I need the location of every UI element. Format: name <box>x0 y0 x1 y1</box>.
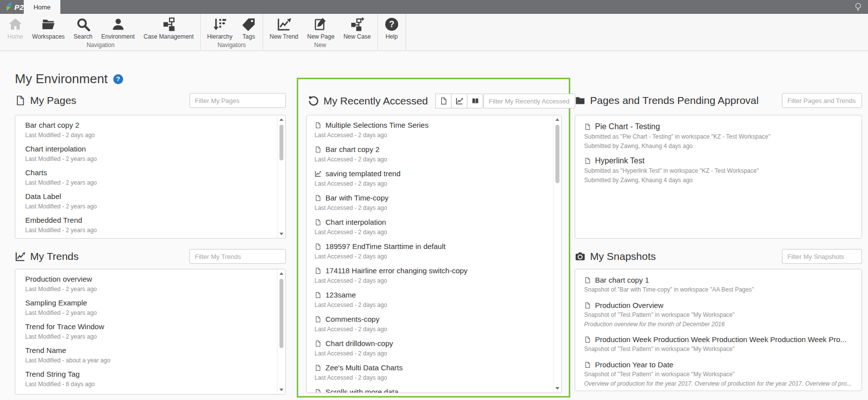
scroll-thumb[interactable] <box>279 279 283 348</box>
page-list-item[interactable]: Chart interpolation Last Modified - 2 ye… <box>25 144 285 168</box>
trend-list-item[interactable]: Trend String Tag Last Modified - 8 days … <box>25 369 285 393</box>
ribbon-button-home[interactable]: Home <box>3 16 28 41</box>
page-list-item[interactable]: Embedded Trend Last Modified - 2 years a… <box>25 215 285 239</box>
recent-item-trend[interactable]: saving templated trend Last Accessed - 2… <box>315 169 561 193</box>
filter-my-trends-input[interactable] <box>189 249 286 264</box>
my-trends-list: Production overview Last Modified - 2 ye… <box>15 269 286 395</box>
filter-my-pages-input[interactable] <box>189 93 286 108</box>
page-icon <box>584 301 591 309</box>
ribbon-group-navigation: Home Workspaces Search Environment <box>1 14 200 50</box>
snapshot-item-page[interactable]: Production Week Production Week Producti… <box>584 335 862 354</box>
ribbon-button-search[interactable]: Search <box>69 16 97 41</box>
ribbon-button-hierarchy[interactable]: Hierarchy <box>203 16 237 41</box>
ribbon-button-tags[interactable]: Tags <box>237 16 261 41</box>
trend-list-item[interactable]: Production overview Last Modified - 2 ye… <box>25 274 285 298</box>
scrollbar[interactable] <box>277 270 285 394</box>
scroll-up-button[interactable] <box>277 116 285 123</box>
titlebar: P2 Home <box>0 0 868 14</box>
ribbon-button-help[interactable]: ? Help <box>380 16 404 41</box>
scroll-down-button[interactable] <box>277 230 285 238</box>
page-title: My Environment <box>15 71 108 87</box>
scroll-thumb[interactable] <box>279 125 283 160</box>
tags-icon <box>241 17 256 32</box>
scrollbar[interactable] <box>553 116 561 392</box>
recent-item-page[interactable]: Bar chart copy 2 Last Accessed - 2 days … <box>315 145 561 169</box>
folder-icon <box>575 95 586 106</box>
recent-item-page[interactable]: Multiple Selections Time Series Last Acc… <box>315 120 561 145</box>
scroll-down-button[interactable] <box>553 385 561 392</box>
search-icon <box>76 17 91 32</box>
scroll-up-button[interactable] <box>277 270 285 277</box>
view-toggle-page[interactable] <box>435 94 452 108</box>
trend-list-item[interactable]: Trend Name Last Modified - about a year … <box>25 346 285 369</box>
page-list-item[interactable]: Bar chart copy 2 Last Modified - 2 days … <box>25 120 285 144</box>
filter-recently-accessed-input[interactable] <box>483 94 575 108</box>
page-list-item[interactable]: Charts Last Modified - 2 years ago <box>25 168 285 192</box>
my-pages-list: Bar chart copy 2 Last Modified - 2 days … <box>15 115 286 239</box>
snapshot-item-page[interactable]: Bar chart copy 1 Snapshot of "Bar with T… <box>584 275 862 295</box>
new-case-icon <box>350 17 365 32</box>
pending-item-page[interactable]: Pie Chart - Testing Submitted as "Pie Ch… <box>584 121 862 151</box>
ribbon-button-environment[interactable]: Environment <box>97 16 139 41</box>
view-toggle-book[interactable] <box>467 94 483 108</box>
recently-accessed-title: My Recently Accessed <box>323 95 428 107</box>
trend-icon <box>456 97 463 105</box>
scroll-thumb[interactable] <box>555 125 559 183</box>
recently-accessed-panel: My Recently Accessed <box>297 78 570 398</box>
ribbon-group-label: New <box>265 41 375 50</box>
page-icon <box>315 121 321 129</box>
my-snapshots-header: My Snapshots <box>575 249 862 264</box>
pending-approval-title: Pages and Trends Pending Approval <box>590 95 759 106</box>
trend-list-item[interactable]: Trend for Trace Window Last Modified - 2… <box>25 322 285 346</box>
my-trends-title: My Trends <box>30 250 79 262</box>
trend-list-item[interactable]: Sampling Example Last Modified - 2 years… <box>25 298 285 322</box>
recently-accessed-header: My Recently Accessed <box>308 93 562 109</box>
filter-my-snapshots-input[interactable] <box>782 249 862 264</box>
page-icon <box>584 336 591 344</box>
recent-item-page[interactable]: 174118 Hairline error changing switch-co… <box>315 266 561 290</box>
scroll-up-button[interactable] <box>553 116 561 123</box>
recent-item-page[interactable]: Chart interpolation Last Accessed - 2 da… <box>315 217 561 242</box>
page-icon <box>15 95 26 106</box>
svg-text:?: ? <box>389 19 394 29</box>
pending-approval-header: Pages and Trends Pending Approval <box>575 93 862 108</box>
page-icon <box>584 361 591 369</box>
page-icon <box>440 97 448 105</box>
ribbon-button-new-page[interactable]: New Page <box>303 16 339 41</box>
scrollbar[interactable] <box>277 116 285 238</box>
recent-item-page[interactable]: Bar with Time-copy Last Accessed - 2 day… <box>315 193 561 217</box>
recent-item-page[interactable]: 189597 EndTime Starttime in default Last… <box>315 242 561 266</box>
view-toggle-trend[interactable] <box>451 94 467 108</box>
page-icon <box>315 194 321 202</box>
trend-icon <box>15 251 26 262</box>
recent-item-page[interactable]: Zee's Multi Data Charts Last Accessed - … <box>315 363 561 387</box>
scroll-down-button[interactable] <box>277 386 285 394</box>
page-icon <box>315 315 321 323</box>
ribbon-button-new-case[interactable]: New Case <box>339 16 375 41</box>
recently-accessed-list: Multiple Selections Time Series Last Acc… <box>306 115 562 393</box>
ribbon-button-case-management[interactable]: Case Management <box>139 16 198 41</box>
pending-item-page[interactable]: Hyperlink Test Submitted as "Hyperlink T… <box>584 155 862 185</box>
snapshot-item-page[interactable]: Production Overview Snapshot of "Test Pa… <box>584 300 862 329</box>
recent-item-page[interactable]: 123same Last Accessed - 2 days ago <box>315 290 561 314</box>
ribbon-group-navigators: Hierarchy Tags Navigators <box>200 14 263 50</box>
ribbon-button-new-trend[interactable]: New Trend <box>265 16 303 41</box>
ribbon-button-workspaces[interactable]: Workspaces <box>28 16 69 41</box>
page-icon <box>584 276 591 284</box>
recent-item-page[interactable]: Comments-copy Last Accessed - 2 days ago <box>315 314 561 339</box>
tab-home[interactable]: Home <box>24 0 60 14</box>
history-icon <box>308 96 319 106</box>
snapshot-item-page[interactable]: Production Year to Date Snapshot of "Tes… <box>584 360 862 388</box>
recent-item-page[interactable]: Scrolls with more data <box>315 387 561 393</box>
new-trend-icon <box>276 17 291 32</box>
my-pages-title: My Pages <box>30 95 76 106</box>
hierarchy-icon <box>212 17 227 32</box>
lightbulb-icon[interactable] <box>853 1 864 12</box>
filter-pages-trends-input[interactable] <box>782 93 862 108</box>
recent-item-page[interactable]: Chart drilldown-copy Last Accessed - 2 d… <box>315 339 561 363</box>
page-icon <box>315 218 321 226</box>
help-icon[interactable]: ? <box>113 74 123 84</box>
book-icon <box>471 97 479 105</box>
page-list-item[interactable]: Data Label Last Modified - 2 years ago <box>25 192 285 215</box>
ribbon-group-label: Navigation <box>3 41 198 50</box>
